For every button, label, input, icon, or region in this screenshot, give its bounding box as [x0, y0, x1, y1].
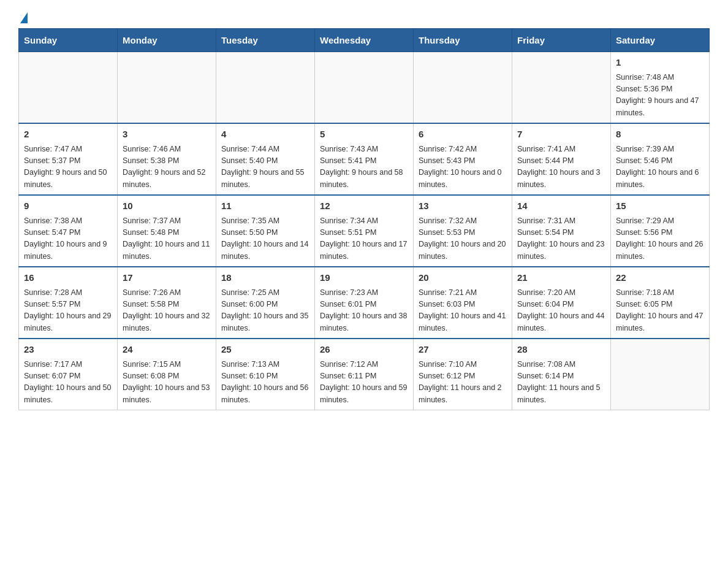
day-info: Sunrise: 7:41 AMSunset: 5:44 PMDaylight:…	[517, 144, 605, 191]
day-info: Sunrise: 7:37 AMSunset: 5:48 PMDaylight:…	[123, 215, 211, 263]
day-info: Sunrise: 7:12 AMSunset: 6:11 PMDaylight:…	[320, 359, 408, 407]
day-info: Sunrise: 7:42 AMSunset: 5:43 PMDaylight:…	[419, 144, 507, 191]
header-saturday: Saturday	[611, 29, 710, 52]
day-number: 24	[123, 343, 211, 357]
table-row: 15Sunrise: 7:29 AMSunset: 5:56 PMDayligh…	[611, 195, 710, 267]
day-info: Sunrise: 7:47 AMSunset: 5:37 PMDaylight:…	[24, 144, 112, 191]
table-row: 4Sunrise: 7:44 AMSunset: 5:40 PMDaylight…	[216, 123, 315, 195]
table-row: 12Sunrise: 7:34 AMSunset: 5:51 PMDayligh…	[315, 195, 414, 267]
table-row: 28Sunrise: 7:08 AMSunset: 6:14 PMDayligh…	[512, 339, 611, 410]
day-info: Sunrise: 7:29 AMSunset: 5:56 PMDaylight:…	[616, 215, 704, 263]
table-row: 26Sunrise: 7:12 AMSunset: 6:11 PMDayligh…	[315, 339, 414, 410]
day-number: 3	[123, 128, 211, 142]
table-row: 25Sunrise: 7:13 AMSunset: 6:10 PMDayligh…	[216, 339, 315, 410]
day-info: Sunrise: 7:15 AMSunset: 6:08 PMDaylight:…	[123, 359, 211, 407]
day-number: 18	[221, 271, 309, 285]
table-row: 19Sunrise: 7:23 AMSunset: 6:01 PMDayligh…	[315, 267, 414, 339]
header-monday: Monday	[118, 29, 216, 52]
table-row: 21Sunrise: 7:20 AMSunset: 6:04 PMDayligh…	[512, 267, 611, 339]
day-number: 7	[517, 128, 605, 142]
day-number: 10	[123, 199, 211, 213]
logo	[18, 12, 28, 22]
day-info: Sunrise: 7:25 AMSunset: 6:00 PMDaylight:…	[221, 287, 309, 335]
day-info: Sunrise: 7:28 AMSunset: 5:57 PMDaylight:…	[24, 287, 112, 335]
day-number: 13	[419, 199, 507, 213]
table-row: 1Sunrise: 7:48 AMSunset: 5:36 PMDaylight…	[611, 52, 710, 124]
day-info: Sunrise: 7:35 AMSunset: 5:50 PMDaylight:…	[221, 215, 309, 263]
day-info: Sunrise: 7:17 AMSunset: 6:07 PMDaylight:…	[24, 359, 112, 407]
day-number: 22	[616, 271, 704, 285]
day-info: Sunrise: 7:26 AMSunset: 5:58 PMDaylight:…	[123, 287, 211, 335]
day-number: 15	[616, 199, 704, 213]
calendar-week-row: 9Sunrise: 7:38 AMSunset: 5:47 PMDaylight…	[19, 195, 710, 267]
day-info: Sunrise: 7:44 AMSunset: 5:40 PMDaylight:…	[221, 144, 309, 191]
header-tuesday: Tuesday	[216, 29, 315, 52]
table-row: 27Sunrise: 7:10 AMSunset: 6:12 PMDayligh…	[414, 339, 512, 410]
table-row: 22Sunrise: 7:18 AMSunset: 6:05 PMDayligh…	[611, 267, 710, 339]
day-number: 25	[221, 343, 309, 357]
table-row: 16Sunrise: 7:28 AMSunset: 5:57 PMDayligh…	[19, 267, 118, 339]
calendar-table: Sunday Monday Tuesday Wednesday Thursday…	[18, 28, 710, 410]
day-info: Sunrise: 7:18 AMSunset: 6:05 PMDaylight:…	[616, 287, 704, 335]
day-number: 4	[221, 128, 309, 142]
day-info: Sunrise: 7:43 AMSunset: 5:41 PMDaylight:…	[320, 144, 408, 191]
table-row: 10Sunrise: 7:37 AMSunset: 5:48 PMDayligh…	[118, 195, 216, 267]
calendar-header-row: Sunday Monday Tuesday Wednesday Thursday…	[19, 29, 710, 52]
table-row: 8Sunrise: 7:39 AMSunset: 5:46 PMDaylight…	[611, 123, 710, 195]
table-row	[414, 52, 512, 124]
day-info: Sunrise: 7:46 AMSunset: 5:38 PMDaylight:…	[123, 144, 211, 191]
day-number: 9	[24, 199, 112, 213]
table-row	[611, 339, 710, 410]
day-number: 19	[320, 271, 408, 285]
table-row: 3Sunrise: 7:46 AMSunset: 5:38 PMDaylight…	[118, 123, 216, 195]
day-info: Sunrise: 7:31 AMSunset: 5:54 PMDaylight:…	[517, 215, 605, 263]
day-number: 20	[419, 271, 507, 285]
header-wednesday: Wednesday	[315, 29, 414, 52]
day-info: Sunrise: 7:34 AMSunset: 5:51 PMDaylight:…	[320, 215, 408, 263]
calendar-week-row: 16Sunrise: 7:28 AMSunset: 5:57 PMDayligh…	[19, 267, 710, 339]
table-row: 5Sunrise: 7:43 AMSunset: 5:41 PMDaylight…	[315, 123, 414, 195]
table-row: 18Sunrise: 7:25 AMSunset: 6:00 PMDayligh…	[216, 267, 315, 339]
table-row: 24Sunrise: 7:15 AMSunset: 6:08 PMDayligh…	[118, 339, 216, 410]
day-info: Sunrise: 7:20 AMSunset: 6:04 PMDaylight:…	[517, 287, 605, 335]
table-row: 23Sunrise: 7:17 AMSunset: 6:07 PMDayligh…	[19, 339, 118, 410]
day-info: Sunrise: 7:32 AMSunset: 5:53 PMDaylight:…	[419, 215, 507, 263]
table-row	[118, 52, 216, 124]
logo-triangle-icon	[20, 12, 28, 23]
day-number: 8	[616, 128, 704, 142]
day-number: 28	[517, 343, 605, 357]
day-number: 27	[419, 343, 507, 357]
table-row: 9Sunrise: 7:38 AMSunset: 5:47 PMDaylight…	[19, 195, 118, 267]
page-header	[18, 12, 710, 22]
table-row	[315, 52, 414, 124]
day-info: Sunrise: 7:23 AMSunset: 6:01 PMDaylight:…	[320, 287, 408, 335]
table-row: 20Sunrise: 7:21 AMSunset: 6:03 PMDayligh…	[414, 267, 512, 339]
calendar-week-row: 2Sunrise: 7:47 AMSunset: 5:37 PMDaylight…	[19, 123, 710, 195]
day-info: Sunrise: 7:39 AMSunset: 5:46 PMDaylight:…	[616, 144, 704, 191]
table-row: 11Sunrise: 7:35 AMSunset: 5:50 PMDayligh…	[216, 195, 315, 267]
table-row: 13Sunrise: 7:32 AMSunset: 5:53 PMDayligh…	[414, 195, 512, 267]
table-row: 6Sunrise: 7:42 AMSunset: 5:43 PMDaylight…	[414, 123, 512, 195]
table-row: 14Sunrise: 7:31 AMSunset: 5:54 PMDayligh…	[512, 195, 611, 267]
table-row	[19, 52, 118, 124]
day-number: 16	[24, 271, 112, 285]
day-number: 5	[320, 128, 408, 142]
day-number: 23	[24, 343, 112, 357]
day-info: Sunrise: 7:38 AMSunset: 5:47 PMDaylight:…	[24, 215, 112, 263]
header-sunday: Sunday	[19, 29, 118, 52]
day-number: 26	[320, 343, 408, 357]
day-number: 21	[517, 271, 605, 285]
table-row: 17Sunrise: 7:26 AMSunset: 5:58 PMDayligh…	[118, 267, 216, 339]
day-number: 11	[221, 199, 309, 213]
calendar-week-row: 23Sunrise: 7:17 AMSunset: 6:07 PMDayligh…	[19, 339, 710, 410]
table-row: 2Sunrise: 7:47 AMSunset: 5:37 PMDaylight…	[19, 123, 118, 195]
day-info: Sunrise: 7:08 AMSunset: 6:14 PMDaylight:…	[517, 359, 605, 407]
table-row	[512, 52, 611, 124]
day-info: Sunrise: 7:13 AMSunset: 6:10 PMDaylight:…	[221, 359, 309, 407]
day-number: 17	[123, 271, 211, 285]
header-friday: Friday	[512, 29, 611, 52]
day-info: Sunrise: 7:48 AMSunset: 5:36 PMDaylight:…	[616, 72, 704, 120]
day-number: 6	[419, 128, 507, 142]
day-info: Sunrise: 7:10 AMSunset: 6:12 PMDaylight:…	[419, 359, 507, 407]
table-row	[216, 52, 315, 124]
